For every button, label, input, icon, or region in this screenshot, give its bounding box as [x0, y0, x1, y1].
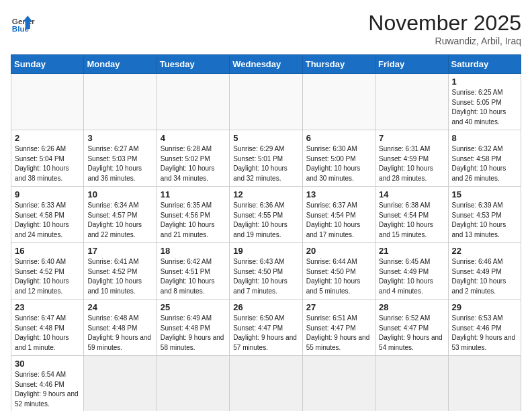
weekday-header: Monday	[84, 55, 157, 74]
day-number: 25	[161, 302, 226, 312]
day-info: Sunrise: 6:53 AM Sunset: 4:46 PM Dayligh…	[452, 314, 517, 353]
day-info: Sunrise: 6:47 AM Sunset: 4:48 PM Dayligh…	[15, 314, 80, 353]
page-header: General Blue November 2025 Ruwandiz, Arb…	[11, 11, 521, 46]
weekday-header: Friday	[375, 55, 448, 74]
day-number: 8	[452, 133, 517, 143]
day-number: 13	[306, 189, 371, 199]
calendar-day-cell: 10Sunrise: 6:34 AM Sunset: 4:57 PM Dayli…	[84, 187, 157, 243]
calendar-day-cell: 27Sunrise: 6:51 AM Sunset: 4:47 PM Dayli…	[302, 300, 375, 356]
calendar-day-cell: 6Sunrise: 6:30 AM Sunset: 5:00 PM Daylig…	[302, 130, 375, 187]
day-number: 21	[379, 246, 444, 256]
day-info: Sunrise: 6:25 AM Sunset: 5:05 PM Dayligh…	[452, 88, 517, 127]
calendar-day-cell: 23Sunrise: 6:47 AM Sunset: 4:48 PM Dayli…	[11, 300, 84, 356]
calendar-day-cell	[448, 356, 521, 412]
calendar-day-cell: 28Sunrise: 6:52 AM Sunset: 4:47 PM Dayli…	[375, 300, 448, 356]
day-number: 2	[15, 133, 80, 143]
day-number: 29	[452, 302, 517, 312]
day-number: 5	[233, 133, 298, 143]
calendar-day-cell: 8Sunrise: 6:32 AM Sunset: 4:58 PM Daylig…	[448, 130, 521, 187]
day-info: Sunrise: 6:54 AM Sunset: 4:46 PM Dayligh…	[15, 370, 80, 409]
calendar-day-cell	[375, 74, 448, 130]
calendar-day-cell: 21Sunrise: 6:45 AM Sunset: 4:49 PM Dayli…	[375, 243, 448, 300]
day-info: Sunrise: 6:41 AM Sunset: 4:52 PM Dayligh…	[87, 257, 152, 296]
calendar-day-cell: 22Sunrise: 6:46 AM Sunset: 4:49 PM Dayli…	[448, 243, 521, 300]
calendar-week-row: 2Sunrise: 6:26 AM Sunset: 5:04 PM Daylig…	[11, 130, 521, 187]
day-info: Sunrise: 6:31 AM Sunset: 4:59 PM Dayligh…	[379, 144, 444, 183]
day-number: 27	[306, 302, 371, 312]
calendar-day-cell	[84, 74, 157, 130]
day-number: 12	[233, 189, 298, 199]
day-info: Sunrise: 6:45 AM Sunset: 4:49 PM Dayligh…	[379, 257, 444, 296]
day-info: Sunrise: 6:36 AM Sunset: 4:55 PM Dayligh…	[233, 201, 298, 240]
calendar-day-cell: 15Sunrise: 6:39 AM Sunset: 4:53 PM Dayli…	[448, 187, 521, 243]
day-info: Sunrise: 6:48 AM Sunset: 4:48 PM Dayligh…	[87, 314, 152, 353]
calendar-day-cell: 5Sunrise: 6:29 AM Sunset: 5:01 PM Daylig…	[230, 130, 302, 187]
calendar-day-cell	[157, 74, 229, 130]
day-info: Sunrise: 6:35 AM Sunset: 4:56 PM Dayligh…	[161, 201, 226, 240]
calendar-day-cell: 3Sunrise: 6:27 AM Sunset: 5:03 PM Daylig…	[84, 130, 157, 187]
day-info: Sunrise: 6:52 AM Sunset: 4:47 PM Dayligh…	[379, 314, 444, 353]
calendar-day-cell: 4Sunrise: 6:28 AM Sunset: 5:02 PM Daylig…	[157, 130, 229, 187]
day-number: 4	[161, 133, 226, 143]
calendar-day-cell: 29Sunrise: 6:53 AM Sunset: 4:46 PM Dayli…	[448, 300, 521, 356]
calendar-table: SundayMondayTuesdayWednesdayThursdayFrid…	[11, 54, 521, 411]
day-number: 7	[379, 133, 444, 143]
day-number: 19	[233, 246, 298, 256]
day-number: 20	[306, 246, 371, 256]
title-block: November 2025 Ruwandiz, Arbil, Iraq	[368, 11, 521, 46]
calendar-day-cell	[302, 74, 375, 130]
day-info: Sunrise: 6:32 AM Sunset: 4:58 PM Dayligh…	[452, 144, 517, 183]
day-info: Sunrise: 6:42 AM Sunset: 4:51 PM Dayligh…	[161, 257, 226, 296]
day-number: 15	[452, 189, 517, 199]
day-info: Sunrise: 6:43 AM Sunset: 4:50 PM Dayligh…	[233, 257, 298, 296]
day-number: 28	[379, 302, 444, 312]
day-info: Sunrise: 6:33 AM Sunset: 4:58 PM Dayligh…	[15, 201, 80, 240]
day-info: Sunrise: 6:29 AM Sunset: 5:01 PM Dayligh…	[233, 144, 298, 183]
calendar-week-row: 23Sunrise: 6:47 AM Sunset: 4:48 PM Dayli…	[11, 300, 521, 356]
calendar-day-cell: 19Sunrise: 6:43 AM Sunset: 4:50 PM Dayli…	[230, 243, 302, 300]
calendar-day-cell: 30Sunrise: 6:54 AM Sunset: 4:46 PM Dayli…	[11, 356, 84, 412]
calendar-day-cell	[375, 356, 448, 412]
calendar-day-cell: 17Sunrise: 6:41 AM Sunset: 4:52 PM Dayli…	[84, 243, 157, 300]
weekday-header: Saturday	[448, 55, 521, 74]
logo-icon: General Blue	[11, 11, 35, 35]
day-info: Sunrise: 6:38 AM Sunset: 4:54 PM Dayligh…	[379, 201, 444, 240]
calendar-day-cell	[84, 356, 157, 412]
day-number: 14	[379, 189, 444, 199]
weekday-header: Wednesday	[230, 55, 302, 74]
calendar-day-cell: 13Sunrise: 6:37 AM Sunset: 4:54 PM Dayli…	[302, 187, 375, 243]
day-number: 3	[87, 133, 152, 143]
day-number: 10	[87, 189, 152, 199]
calendar-day-cell: 25Sunrise: 6:49 AM Sunset: 4:48 PM Dayli…	[157, 300, 229, 356]
day-number: 6	[306, 133, 371, 143]
calendar-day-cell: 20Sunrise: 6:44 AM Sunset: 4:50 PM Dayli…	[302, 243, 375, 300]
calendar-week-row: 16Sunrise: 6:40 AM Sunset: 4:52 PM Dayli…	[11, 243, 521, 300]
calendar-day-cell	[302, 356, 375, 412]
day-info: Sunrise: 6:34 AM Sunset: 4:57 PM Dayligh…	[87, 201, 152, 240]
calendar-day-cell: 14Sunrise: 6:38 AM Sunset: 4:54 PM Dayli…	[375, 187, 448, 243]
logo: General Blue	[11, 11, 35, 35]
day-info: Sunrise: 6:27 AM Sunset: 5:03 PM Dayligh…	[87, 144, 152, 183]
day-number: 9	[15, 189, 80, 199]
calendar-day-cell: 2Sunrise: 6:26 AM Sunset: 5:04 PM Daylig…	[11, 130, 84, 187]
day-info: Sunrise: 6:46 AM Sunset: 4:49 PM Dayligh…	[452, 257, 517, 296]
day-number: 24	[87, 302, 152, 312]
day-number: 22	[452, 246, 517, 256]
calendar-day-cell: 18Sunrise: 6:42 AM Sunset: 4:51 PM Dayli…	[157, 243, 229, 300]
calendar-day-cell: 7Sunrise: 6:31 AM Sunset: 4:59 PM Daylig…	[375, 130, 448, 187]
day-info: Sunrise: 6:39 AM Sunset: 4:53 PM Dayligh…	[452, 201, 517, 240]
day-number: 18	[161, 246, 226, 256]
day-number: 23	[15, 302, 80, 312]
calendar-day-cell: 24Sunrise: 6:48 AM Sunset: 4:48 PM Dayli…	[84, 300, 157, 356]
calendar-day-cell: 16Sunrise: 6:40 AM Sunset: 4:52 PM Dayli…	[11, 243, 84, 300]
calendar-week-row: 30Sunrise: 6:54 AM Sunset: 4:46 PM Dayli…	[11, 356, 521, 412]
day-info: Sunrise: 6:28 AM Sunset: 5:02 PM Dayligh…	[161, 144, 226, 183]
weekday-header: Tuesday	[157, 55, 229, 74]
calendar-day-cell: 12Sunrise: 6:36 AM Sunset: 4:55 PM Dayli…	[230, 187, 302, 243]
day-info: Sunrise: 6:37 AM Sunset: 4:54 PM Dayligh…	[306, 201, 371, 240]
calendar-day-cell: 11Sunrise: 6:35 AM Sunset: 4:56 PM Dayli…	[157, 187, 229, 243]
day-info: Sunrise: 6:44 AM Sunset: 4:50 PM Dayligh…	[306, 257, 371, 296]
calendar-header-row: SundayMondayTuesdayWednesdayThursdayFrid…	[11, 55, 521, 74]
weekday-header: Sunday	[11, 55, 84, 74]
calendar-week-row: 9Sunrise: 6:33 AM Sunset: 4:58 PM Daylig…	[11, 187, 521, 243]
